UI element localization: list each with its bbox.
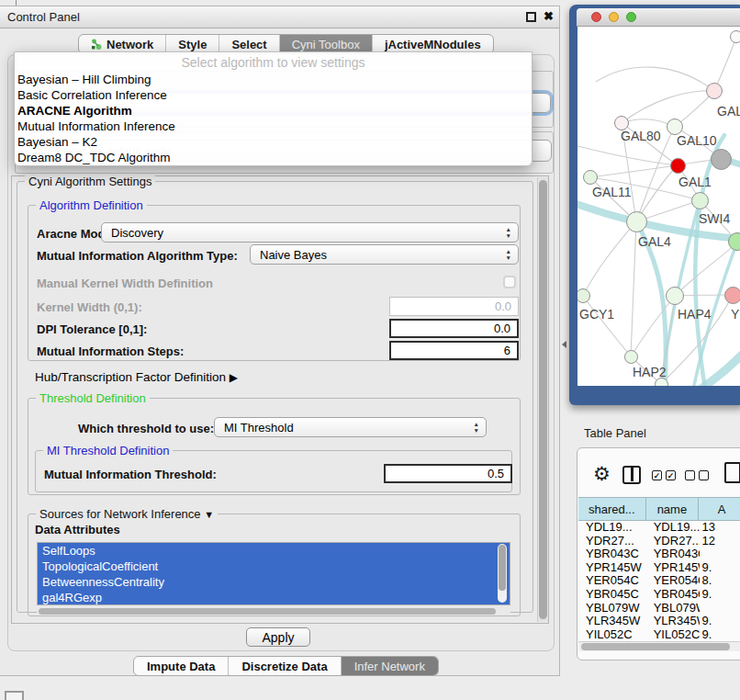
- network-node-y[interactable]: [724, 287, 740, 304]
- dropdown-item[interactable]: Dream8 DC_TDC Algorithm: [15, 150, 532, 165]
- tab-cyni-toolbox[interactable]: Cyni Toolbox: [279, 35, 372, 53]
- network-node-hap4[interactable]: [666, 287, 684, 305]
- network-window-titlebar[interactable]: [577, 8, 740, 27]
- table-cell: YER054C: [646, 574, 700, 588]
- kernel-width-field[interactable]: 0.0: [389, 297, 519, 316]
- dropdown-item[interactable]: Mutual Information Inference: [15, 119, 532, 134]
- table-row[interactable]: YBL079WYBL079W: [578, 602, 740, 615]
- network-node-swi4[interactable]: [728, 232, 740, 251]
- table-row[interactable]: YIL052CYIL052C9.: [578, 628, 740, 641]
- close-icon[interactable]: ✖: [544, 9, 554, 23]
- attributes-vscrollbar-thumb[interactable]: [499, 545, 506, 591]
- network-node[interactable]: [711, 149, 732, 170]
- table-row[interactable]: YPR145WYPR145W9.: [578, 561, 740, 575]
- network-node-gal[interactable]: [706, 83, 723, 99]
- table-cell: YBL079W: [578, 602, 646, 615]
- zoom-traffic-light-icon[interactable]: [626, 12, 636, 22]
- dropdown-item[interactable]: Basic Correlation Inference: [15, 87, 532, 103]
- dropdown-item[interactable]: ARACNE Algorithm: [15, 103, 532, 119]
- table-cell: 13: [700, 521, 740, 535]
- attribute-item-selected[interactable]: TopologicalCoefficient: [38, 559, 510, 574]
- table-cell: YPR145W: [646, 561, 700, 575]
- table-row[interactable]: YBR043CYBR043C: [578, 548, 740, 561]
- mi-steps-field[interactable]: 6: [389, 341, 519, 360]
- network-canvas[interactable]: GALGAL80GAL10GAL1GAL11GAL4SWI4GCY1HAP4YH…: [577, 27, 740, 386]
- manual-kernel-checkbox[interactable]: [503, 276, 516, 288]
- dpi-tolerance-value: 0.0: [494, 322, 510, 335]
- network-node-gal11[interactable]: [583, 170, 598, 185]
- tab-select[interactable]: Select: [219, 35, 278, 53]
- network-node-hap2[interactable]: [624, 350, 638, 364]
- bottom-tab-discretize-data[interactable]: Discretize Data: [228, 657, 340, 675]
- node-label: GAL1: [678, 175, 712, 189]
- table-cell: [700, 548, 740, 561]
- page-icon[interactable]: [724, 462, 740, 483]
- table-cell: YBR045C: [646, 588, 700, 602]
- network-node[interactable]: [655, 378, 668, 387]
- tab-network[interactable]: Network: [79, 35, 165, 53]
- checked-box-icon[interactable]: ✓: [652, 470, 662, 480]
- table-cell: YDL19...: [646, 521, 700, 535]
- bottom-tab-impute-data[interactable]: Impute Data: [134, 657, 228, 675]
- unchecked-box-icon[interactable]: [685, 470, 695, 480]
- dropdown-item[interactable]: Bayesian – K2: [15, 134, 532, 150]
- attribute-item-selected[interactable]: BetweennessCentrality: [38, 574, 510, 590]
- table-cell: YDR27...: [578, 535, 646, 548]
- gear-icon[interactable]: ⚙: [593, 463, 611, 485]
- column-header[interactable]: shared...: [578, 498, 646, 520]
- checked-box-icon[interactable]: ✓: [666, 470, 676, 480]
- table-cell: [700, 602, 740, 615]
- table-row[interactable]: YLR345WYLR345W9.: [578, 615, 740, 628]
- control-panel-titlebar[interactable]: Control Panel: [0, 6, 559, 28]
- mi-type-label: Mutual Information Algorithm Type:: [37, 249, 238, 263]
- data-attributes-list[interactable]: SelfLoopsTopologicalCoefficientBetweenne…: [37, 542, 510, 605]
- aracne-mode-combobox[interactable]: Discovery ▲▼: [101, 222, 519, 243]
- column-header[interactable]: name: [646, 498, 700, 520]
- network-node[interactable]: [670, 158, 686, 174]
- which-threshold-combobox[interactable]: MI Threshold ▲▼: [214, 417, 487, 437]
- settings-scrollbar-thumb[interactable]: [539, 180, 547, 619]
- mi-threshold-definition-title: MI Threshold Definition: [43, 444, 173, 457]
- apply-button[interactable]: Apply: [246, 627, 310, 647]
- kernel-width-value: 0.0: [495, 299, 511, 313]
- bottom-tab-bar: Impute DataDiscretize DataInfer Network: [133, 656, 439, 676]
- minimized-panel-icon[interactable]: [5, 691, 24, 700]
- dpi-tolerance-field[interactable]: 0.0: [389, 319, 519, 338]
- attribute-item-selected[interactable]: gal4RGexp: [38, 590, 510, 605]
- bottom-tab-infer-network[interactable]: Infer Network: [341, 657, 438, 675]
- network-node-gal4[interactable]: [626, 211, 647, 232]
- columns-icon[interactable]: [622, 466, 641, 484]
- table-row[interactable]: YBR045CYBR045C9.: [578, 588, 740, 602]
- mi-steps-label: Mutual Information Steps:: [37, 344, 184, 358]
- splitter-collapse-arrow[interactable]: [562, 341, 566, 348]
- minimize-traffic-light-icon[interactable]: [609, 12, 619, 22]
- hub-definition-toggle[interactable]: Hub/Transcription Factor Definition ▶: [35, 370, 238, 384]
- mi-threshold-value: 0.5: [488, 467, 504, 480]
- table-row[interactable]: YDR27...YDR27...12: [578, 535, 740, 548]
- table-hscrollbar-thumb[interactable]: [581, 643, 730, 650]
- unchecked-box-icon[interactable]: [699, 470, 709, 480]
- mi-threshold-field[interactable]: 0.5: [384, 464, 512, 483]
- tab-jactivemnodules[interactable]: jActiveMNodules: [372, 35, 493, 53]
- attribute-item-selected[interactable]: SelfLoops: [38, 543, 510, 559]
- dropdown-item[interactable]: Bayesian – Hill Climbing: [15, 72, 532, 87]
- table-cell: 8.: [700, 574, 740, 588]
- stepper-arrows-icon: ▲▼: [474, 421, 479, 434]
- cyni-algorithm-settings-title: Cyni Algorithm Settings: [25, 175, 155, 188]
- network-node[interactable]: [730, 30, 740, 43]
- column-header[interactable]: A: [699, 498, 740, 520]
- sources-group-title[interactable]: Sources for Network Inference ▼: [36, 507, 218, 521]
- attributes-hscrollbar-thumb[interactable]: [39, 608, 496, 615]
- which-threshold-label: Which threshold to use:: [78, 422, 214, 435]
- float-window-icon[interactable]: [526, 12, 536, 22]
- table-cell: 9.: [700, 588, 740, 602]
- dropdown-item-list: Bayesian – Hill ClimbingBasic Correlatio…: [15, 72, 532, 165]
- table-row[interactable]: YDL19...YDL19...13: [578, 521, 740, 535]
- network-node-gal1[interactable]: [691, 192, 709, 209]
- table-cell: YDR27...: [646, 535, 700, 548]
- mi-type-combobox[interactable]: Naive Bayes ▲▼: [250, 244, 519, 265]
- table-row[interactable]: YER054CYER054C8.: [578, 574, 740, 588]
- close-traffic-light-icon[interactable]: [591, 12, 601, 22]
- tab-style[interactable]: Style: [165, 35, 219, 53]
- node-table[interactable]: shared...nameA YDL19...YDL19...13YDR27..…: [578, 497, 740, 641]
